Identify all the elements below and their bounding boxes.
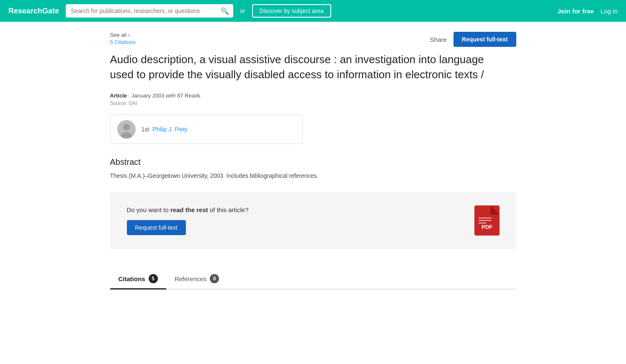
avatar <box>117 120 136 138</box>
request-text-end: of this article? <box>208 206 249 213</box>
tab-references-label: References <box>175 275 207 282</box>
tab-citations-badge: 5 <box>149 274 158 283</box>
svg-text:PDF: PDF <box>482 224 492 230</box>
share-button[interactable]: Share <box>430 36 447 43</box>
tab-references-badge: 0 <box>210 274 219 283</box>
citations-breadcrumb-link[interactable]: 5 Citations <box>110 39 136 45</box>
breadcrumb-left: See all › 5 Citations <box>110 32 136 45</box>
article-type: Article <box>110 92 127 99</box>
breadcrumb-row: See all › 5 Citations Share Request full… <box>110 32 516 47</box>
article-separator: · <box>129 92 131 99</box>
see-all-link[interactable]: See all › <box>110 32 136 38</box>
search-icon: 🔍 <box>221 7 229 15</box>
author-info: 1st Philip J. Piety <box>142 126 188 133</box>
abstract-heading: Abstract <box>110 157 516 167</box>
tab-citations[interactable]: Citations 5 <box>110 269 166 290</box>
abstract-text: Thesis (M.A.)–Georgetown University, 200… <box>110 171 516 180</box>
breadcrumb-right: Share Request full-text <box>430 32 516 47</box>
login-button[interactable]: Log in <box>600 8 618 15</box>
request-fulltext-button-top[interactable]: Request full-text <box>453 32 516 47</box>
pdf-file-icon: PDF <box>474 205 500 236</box>
request-box-left: Do you want to read the rest of this art… <box>127 206 249 235</box>
site-logo: ResearchGate <box>8 7 59 15</box>
article-source: Source: OAI <box>110 100 516 106</box>
author-card: 1st Philip J. Piety <box>110 115 303 144</box>
request-fulltext-button-box[interactable]: Request full-text <box>127 220 186 235</box>
or-label: or <box>240 8 245 14</box>
request-text-plain: Do you want to <box>127 206 170 213</box>
navbar: ResearchGate 🔍 or Discover by subject ar… <box>0 0 626 22</box>
pdf-icon: PDF <box>474 205 500 236</box>
article-date: January 2003 <box>131 92 165 99</box>
join-button[interactable]: Join for free <box>557 8 594 15</box>
search-input[interactable] <box>66 4 233 18</box>
tab-citations-label: Citations <box>119 275 145 282</box>
author-name-link[interactable]: Philip J. Piety <box>152 126 188 133</box>
article-reads: 87 Reads <box>177 92 201 99</box>
discover-button[interactable]: Discover by subject area <box>252 4 331 18</box>
article-meta: Article · January 2003 with 87 Reads <box>110 92 516 99</box>
main-content: See all › 5 Citations Share Request full… <box>93 22 533 300</box>
request-box: Do you want to read the rest of this art… <box>110 192 516 249</box>
request-text-bold: read the rest <box>170 206 208 213</box>
request-box-text: Do you want to read the rest of this art… <box>127 206 249 213</box>
svg-point-1 <box>123 124 130 131</box>
author-rank: 1st <box>142 126 149 133</box>
article-title: Audio description, a visual assistive di… <box>110 52 508 82</box>
article-with: with <box>166 92 177 99</box>
tab-references[interactable]: References 0 <box>166 269 228 290</box>
tabs-bar: Citations 5 References 0 <box>110 269 516 290</box>
avatar-icon <box>117 120 136 138</box>
search-wrap: 🔍 <box>66 4 233 18</box>
